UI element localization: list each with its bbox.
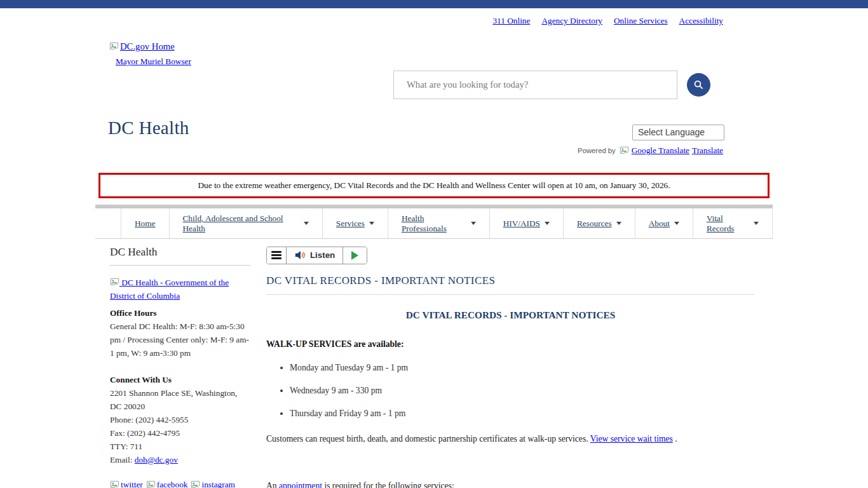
- nav-item-label: About: [649, 219, 670, 229]
- twitter-link-label: twitter: [121, 478, 143, 488]
- address-text: 2201 Shannon Place SE, Washington, DC 20…: [110, 386, 251, 413]
- nav-item-vital-records[interactable]: Vital Records: [693, 208, 773, 238]
- facebook-link[interactable]: facebook: [146, 478, 188, 488]
- walkup-hours-item: Monday and Tuesday 9 am - 1 pm: [290, 363, 755, 373]
- nav-item-label: Vital Records: [707, 214, 749, 234]
- main-nav: HomeChild, Adolescent and School HealthS…: [95, 208, 773, 239]
- facebook-link-label: facebook: [157, 478, 188, 488]
- office-hours-label: Office Hours: [110, 306, 251, 320]
- nav-item-label: Services: [336, 219, 365, 229]
- google-translate-broken-image: [620, 145, 629, 156]
- listen-menu-button[interactable]: [267, 247, 287, 264]
- search-icon: [693, 79, 704, 90]
- emergency-alert-text: Due to the extreme weather emergency, DC…: [198, 180, 670, 190]
- fax-text: Fax: (202) 442-4795: [110, 426, 251, 440]
- sidebar: DC Health DC Health - Government of the …: [95, 244, 266, 488]
- listen-play-button[interactable]: [343, 247, 367, 264]
- mayor-link[interactable]: Mayor Muriel Bowser: [116, 57, 191, 66]
- nav-item-resources[interactable]: Resources: [563, 208, 635, 238]
- speaker-icon: [294, 250, 306, 260]
- broken-image-icon: [191, 480, 200, 488]
- page-title: DC VITAL RECORDS - IMPORTANT NOTICES: [266, 274, 755, 287]
- search-button[interactable]: [687, 73, 710, 97]
- broken-image-icon: [109, 41, 119, 51]
- walkup-hours-item: Thursday and Friday 9 am - 1 pm: [290, 409, 755, 419]
- broken-image-icon: [110, 277, 119, 287]
- nav-item-child-adolescent-and-school-health[interactable]: Child, Adolescent and School Health: [169, 208, 322, 238]
- nav-item-hiv-aids[interactable]: HIV/AIDS: [489, 208, 563, 238]
- google-translate-link[interactable]: Google Translate: [632, 146, 689, 156]
- header-links: 311 OnlineAgency DirectoryOnline Service…: [95, 8, 773, 26]
- readspeaker-widget: Listen: [266, 247, 367, 264]
- chevron-down-icon: [471, 222, 476, 225]
- translate-link[interactable]: Translate: [692, 146, 723, 156]
- walkup-hours-item: Wednesday 9 am - 330 pm: [290, 386, 755, 396]
- article-title: DC VITAL RECORDS - IMPORTANT NOTICES: [266, 309, 755, 321]
- office-hours-text: General DC Health: M-F: 8:30 am-5:30 pm …: [110, 320, 251, 360]
- social-links: twitter facebook instagram: [110, 478, 251, 488]
- nav-item-label: Health Professionals: [402, 214, 466, 234]
- nav-item-home[interactable]: Home: [121, 208, 169, 238]
- header-link-agency-directory[interactable]: Agency Directory: [541, 16, 602, 26]
- chevron-down-icon: [304, 222, 309, 225]
- email-label: Email:: [110, 455, 135, 464]
- chevron-down-icon: [674, 222, 679, 225]
- nav-item-label: Child, Adolescent and School Health: [183, 214, 299, 234]
- dcgov-home-link[interactable]: DC.gov Home: [109, 41, 175, 52]
- connect-with-us-label: Connect With Us: [110, 373, 251, 386]
- chevron-down-icon: [545, 222, 550, 225]
- view-wait-times-link[interactable]: View service wait times: [590, 434, 673, 444]
- twitter-link[interactable]: twitter: [110, 478, 143, 488]
- listen-button[interactable]: Listen: [287, 247, 343, 264]
- title-divider: [266, 294, 755, 295]
- phone-text: Phone: (202) 442-5955: [110, 413, 251, 426]
- chevron-down-icon: [616, 222, 621, 225]
- agency-broken-image: [110, 278, 121, 287]
- chevron-down-icon: [754, 222, 759, 225]
- broken-image-icon: [110, 480, 119, 488]
- agency-link-label: DC Health - Government of the District o…: [110, 278, 229, 301]
- appointment-paragraph: An appointment is required for the follo…: [266, 481, 755, 488]
- walkup-services-heading: WALK-UP SERVICES are available:: [266, 339, 755, 349]
- broken-image-icon: [146, 480, 156, 488]
- broken-image-icon: [620, 146, 629, 155]
- main-content: Listen DC VITAL RECORDS - IMPORTANT NOTI…: [266, 244, 773, 488]
- email-row: Email: doh@dc.gov: [110, 453, 251, 466]
- emergency-alert: Due to the extreme weather emergency, DC…: [98, 173, 770, 198]
- customers-paragraph: Customers can request birth, death, and …: [266, 434, 755, 444]
- nav-item-health-professionals[interactable]: Health Professionals: [388, 208, 489, 238]
- language-select[interactable]: Select Language: [632, 125, 724, 140]
- appointment-prefix: An: [266, 481, 279, 488]
- appointment-suffix: is required for the following services:: [322, 481, 454, 488]
- header-link-online-services[interactable]: Online Services: [614, 16, 668, 26]
- play-icon: [351, 251, 358, 260]
- agency-link[interactable]: DC Health - Government of the District o…: [110, 278, 229, 301]
- page-container: 311 OnlineAgency DirectoryOnline Service…: [95, 8, 773, 488]
- customers-suffix: .: [673, 434, 677, 444]
- nav-item-label: Home: [135, 219, 156, 229]
- dcgov-home-label: DC.gov Home: [120, 41, 175, 52]
- top-accent-bar: [0, 0, 868, 8]
- nav-item-services[interactable]: Services: [322, 208, 388, 238]
- nav-item-about[interactable]: About: [635, 208, 693, 238]
- instagram-link-label: instagram: [201, 478, 234, 488]
- dcgov-logo-broken-image: [109, 41, 119, 52]
- walkup-hours-list: Monday and Tuesday 9 am - 1 pmWednesday …: [266, 363, 755, 419]
- header-link-accessibility[interactable]: Accessibility: [679, 16, 723, 26]
- powered-by-label: Powered by: [578, 147, 616, 154]
- listen-label: Listen: [310, 250, 335, 260]
- instagram-link[interactable]: instagram: [191, 478, 234, 488]
- customers-text: Customers can request birth, death, and …: [266, 434, 590, 444]
- chevron-down-icon: [369, 222, 374, 225]
- appointment-link[interactable]: appointment: [279, 481, 322, 488]
- header-link-311-online[interactable]: 311 Online: [492, 16, 530, 26]
- tty-text: TTY: 711: [110, 440, 251, 453]
- search-input[interactable]: [393, 71, 677, 99]
- email-link[interactable]: doh@dc.gov: [135, 455, 178, 464]
- sidebar-title: DC Health: [110, 246, 251, 266]
- translate-widget: Select Language Powered by Google Transl…: [578, 125, 773, 156]
- nav-item-label: Resources: [577, 219, 612, 229]
- nav-item-label: HIV/AIDS: [503, 219, 540, 229]
- hamburger-menu-icon: [271, 251, 281, 259]
- site-title: DC Health: [108, 118, 189, 139]
